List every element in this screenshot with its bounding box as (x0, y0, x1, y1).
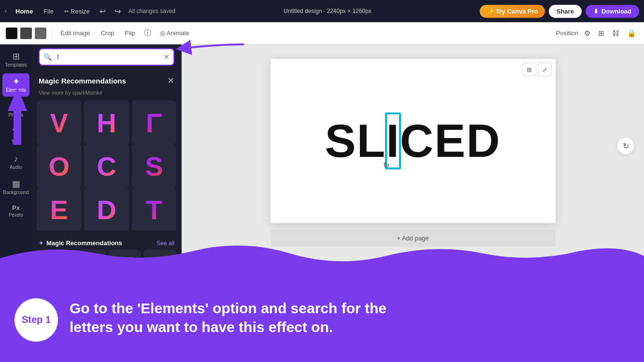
element-letter-s[interactable]: S (132, 144, 176, 187)
text-icon: T (13, 127, 19, 138)
color-swatch-3[interactable] (35, 28, 46, 39)
templates-icon: ⊞ (13, 52, 20, 61)
element-letter-c[interactable]: C (84, 144, 129, 187)
lock-icon-btn[interactable]: 🔒 (625, 27, 638, 40)
resize-button[interactable]: ⇔ Resize (60, 6, 94, 17)
sidebar-item-photos-label: Photos (8, 112, 23, 118)
sidebar-item-elements-label: Elements (6, 87, 26, 93)
letter-c: C (400, 114, 434, 167)
download-icon: ⬇ (593, 8, 599, 15)
letter-l: L (357, 114, 386, 167)
link-icon-btn[interactable]: ⛓ (610, 27, 621, 39)
sidebar-item-photos[interactable]: 🖼 Photos (2, 98, 29, 122)
letter-e2: E (434, 114, 466, 167)
share-button[interactable]: Share (549, 5, 582, 18)
sidebar-item-pexels-label: Pexels (9, 212, 23, 218)
animate-button[interactable]: ◎ Animate (156, 28, 194, 39)
elements-grid-3: E D T (32, 187, 181, 231)
pexels-icon: Px (12, 205, 20, 211)
letter-i-selected[interactable]: I (386, 114, 400, 167)
bottom-section: Step 1 Go to the 'Elements' option and s… (0, 268, 644, 362)
design-title: Untitled design · 2240px × 1260px (178, 8, 476, 14)
sidebar-item-templates-label: Templates (5, 62, 27, 68)
photos-icon: 🖼 (12, 102, 20, 111)
color-swatch-1[interactable] (6, 28, 17, 39)
audio-icon: ♪ (14, 154, 18, 163)
home-label: Home (15, 8, 33, 15)
elements-grid-2: O C S (32, 144, 181, 187)
top-navigation: ‹ Home File ⇔ Resize ↩ ↪ All changes sav… (0, 0, 644, 22)
resize-icon: ⇔ (64, 8, 69, 14)
download-button[interactable]: ⬇ Download (586, 5, 639, 18)
letter-s: S (325, 114, 357, 167)
sidebar-item-text[interactable]: T Text (2, 124, 29, 149)
panel-title: Magic Recommendations (39, 77, 126, 85)
sidebar-item-audio[interactable]: ♪ Audio (2, 151, 29, 174)
save-status: All changes saved (129, 8, 175, 14)
info-button[interactable]: ⓘ (142, 27, 153, 40)
rotate-handle[interactable]: ↻ (383, 161, 389, 170)
panel-subtitle: View more by sparkMstrike (32, 90, 181, 100)
element-letter-h[interactable]: H (84, 100, 129, 144)
step-circle: Step 1 (14, 298, 58, 342)
sidebar-item-pexels[interactable]: Px Pexels (2, 201, 29, 222)
background-icon: ▦ (12, 180, 20, 188)
step-description: Go to the 'Elements' option and search f… (70, 299, 386, 336)
element-letter-v[interactable]: V (37, 100, 81, 144)
sidebar-item-text-label: Text (12, 139, 20, 145)
duplicate-button[interactable]: ⊞ (523, 63, 536, 76)
canvas-controls: ⊞ ⤢ (523, 63, 552, 76)
toolbar-separator-1 (51, 28, 52, 39)
step-description-line2: letters you want to have this effect on. (70, 318, 386, 336)
sidebar-item-templates[interactable]: ⊞ Templates (2, 48, 29, 71)
search-input[interactable] (39, 48, 174, 66)
filter-icon-btn[interactable]: ⚙ (582, 27, 592, 40)
panel-close-button[interactable]: ✕ (167, 75, 174, 86)
try-canva-pro-button[interactable]: ✨ Try Canva Pro (480, 5, 545, 18)
file-menu[interactable]: File (40, 6, 57, 17)
crop-button[interactable]: Crop (97, 28, 118, 39)
step-description-line1: Go to the 'Elements' option and search f… (70, 299, 386, 318)
elements-grid-1: V H Γ (32, 100, 181, 144)
wave-decoration (0, 244, 644, 273)
search-clear-button[interactable]: ✕ (164, 53, 170, 61)
expand-button[interactable]: ⤢ (538, 63, 552, 76)
refresh-button[interactable]: ↻ (617, 137, 634, 154)
canvas-frame[interactable]: S L I C E D ↻ ⊞ ⤢ (271, 59, 556, 223)
undo-button[interactable]: ↩ (97, 5, 109, 18)
flip-button[interactable]: Flip (121, 28, 139, 39)
sidebar-item-elements[interactable]: ✦ Elements (2, 73, 29, 97)
secondary-toolbar: Edit image Crop Flip ⓘ ◎ Animate Positio… (0, 22, 644, 44)
sidebar-item-audio-label: Audio (10, 165, 22, 170)
element-letter-p[interactable]: Γ (132, 100, 176, 144)
element-letter-t[interactable]: T (132, 187, 176, 231)
element-letter-o[interactable]: O (37, 144, 81, 187)
color-swatch-2[interactable] (20, 28, 32, 39)
back-chevron: ‹ (5, 8, 7, 14)
sidebar-item-background[interactable]: ▦ Background (2, 176, 29, 199)
grid-icon-btn[interactable]: ⊞ (596, 27, 606, 40)
sliced-text[interactable]: S L I C E D (325, 114, 501, 167)
sidebar-item-background-label: Background (3, 190, 29, 195)
toolbar-right: Position ⚙ ⊞ ⛓ 🔒 (556, 27, 638, 40)
animate-icon: ◎ (160, 29, 165, 37)
redo-button[interactable]: ↪ (112, 5, 124, 18)
element-letter-e[interactable]: E (37, 187, 81, 231)
position-button[interactable]: Position (556, 29, 578, 37)
panel-header: Magic Recommendations ✕ (32, 70, 181, 90)
step-circle-label: Step 1 (22, 314, 51, 325)
nav-right-actions: ✨ Try Canva Pro Share ⬇ Download (480, 5, 639, 18)
search-wrap: 🔍 ✕ (32, 44, 181, 70)
elements-icon: ✦ (13, 77, 20, 86)
element-letter-d[interactable]: D (84, 187, 129, 231)
edit-image-button[interactable]: Edit image (57, 28, 94, 39)
home-button[interactable]: Home (12, 6, 37, 17)
letter-d2: D (466, 114, 501, 167)
